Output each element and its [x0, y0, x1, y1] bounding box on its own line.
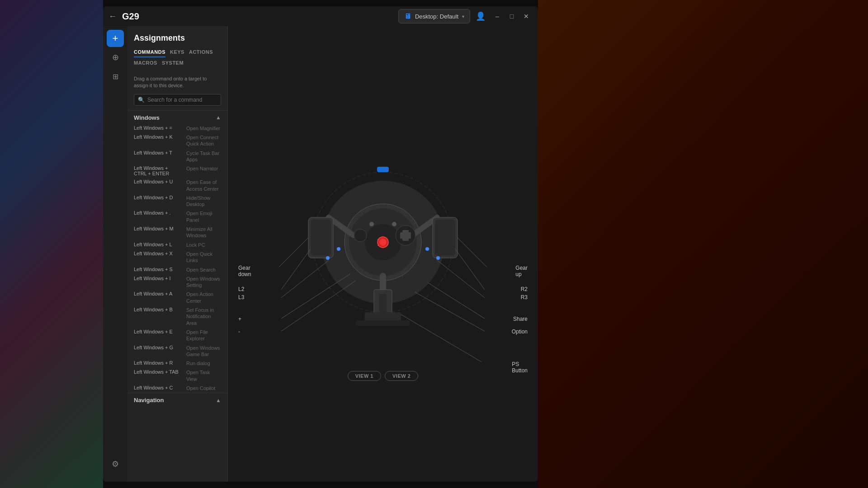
svg-line-41	[401, 314, 485, 362]
label-ps-button: PS Button	[512, 361, 528, 374]
svg-point-8	[379, 239, 387, 246]
app-title: G29	[122, 11, 139, 22]
svg-point-24	[326, 256, 330, 260]
cmd-row-13[interactable]: Left Windows + BSet Focus in Notificatio…	[127, 305, 227, 328]
main-content: + ⊕ ⊞ ⚙ Assignments COMMANDS KEYS ACTION…	[103, 26, 538, 482]
svg-rect-13	[311, 220, 331, 256]
title-bar: ← G29 🖥 Desktop: Default ▾ 👤 – □ ✕	[103, 6, 538, 26]
cmd-row-12[interactable]: Left Windows + AOpen Action Center	[127, 290, 227, 305]
section-header-windows[interactable]: Windows ▲	[127, 110, 227, 124]
cmd-row-11[interactable]: Left Windows + IOpen Windows Setting	[127, 274, 227, 290]
bg-right	[538, 0, 868, 488]
svg-point-23	[337, 247, 340, 251]
svg-rect-18	[400, 232, 411, 239]
view2-button[interactable]: VIEW 2	[385, 371, 418, 381]
maximize-button[interactable]: □	[505, 12, 518, 21]
title-bar-left: ← G29	[108, 11, 139, 22]
cmd-row-4[interactable]: Left Windows + UOpen Ease of Access Cent…	[127, 178, 227, 193]
monitor-icon: 🖥	[404, 12, 411, 20]
cmd-row-9[interactable]: Left Windows + XOpen Quick Links	[127, 249, 227, 265]
svg-point-25	[425, 247, 429, 251]
search-icon: 🔍	[138, 97, 145, 103]
wheel-diagram: PS	[238, 127, 528, 362]
svg-point-19	[354, 229, 367, 242]
svg-point-27	[369, 222, 374, 226]
commands-list: Windows ▲ Left Windows + =Open Magnifier…	[127, 110, 227, 482]
window-controls: – □ ✕	[491, 12, 533, 21]
cmd-row-2[interactable]: Left Windows + TCycle Task Bar Apps	[127, 149, 227, 164]
cmd-row-16[interactable]: Left Windows + RRun dialog	[127, 359, 227, 368]
search-input[interactable]	[147, 97, 217, 103]
sidebar-target-button[interactable]: ⊕	[107, 49, 124, 66]
minimize-button[interactable]: –	[491, 12, 504, 21]
wheel-area: PS	[228, 26, 538, 482]
search-box: 🔍	[134, 94, 221, 106]
sidebar-icons: + ⊕ ⊞ ⚙	[103, 26, 127, 482]
section-title-windows: Windows	[134, 114, 160, 121]
profile-label: Desktop: Default	[415, 13, 458, 20]
cmd-row-7[interactable]: Left Windows + MMinimize All Windows	[127, 225, 227, 240]
svg-rect-30	[356, 320, 410, 326]
tab-actions[interactable]: ACTIONS	[189, 47, 213, 57]
chevron-down-icon: ▾	[462, 14, 464, 19]
cmd-row-6[interactable]: Left Windows + .Open Emoji Panel	[127, 209, 227, 225]
svg-rect-29	[365, 312, 401, 321]
svg-rect-20	[377, 167, 389, 172]
settings-button[interactable]: ⚙	[107, 455, 124, 473]
svg-line-36	[458, 238, 487, 267]
svg-point-28	[392, 222, 396, 226]
cmd-row-0[interactable]: Left Windows + =Open Magnifier	[127, 124, 227, 133]
tabs-row-1: COMMANDS KEYS ACTIONS	[127, 43, 227, 57]
cmd-row-1[interactable]: Left Windows + KOpen Connect Quick Actio…	[127, 133, 227, 149]
user-icon-button[interactable]: 👤	[476, 11, 486, 21]
cmd-row-10[interactable]: Left Windows + SOpen Search	[127, 265, 227, 274]
title-bar-right: 🖥 Desktop: Default ▾ 👤 – □ ✕	[398, 9, 533, 23]
wheel-svg: PS	[238, 127, 528, 362]
drag-hint: Drag a command onto a target to assign i…	[127, 72, 227, 94]
tab-macros[interactable]: MACROS	[134, 58, 157, 68]
section-title-navigation: Navigation	[134, 397, 164, 404]
cmd-row-3[interactable]: Left Windows +CTRL + ENTEROpen Narrator	[127, 164, 227, 178]
assignments-panel: Assignments COMMANDS KEYS ACTIONS MACROS…	[127, 26, 228, 482]
cmd-row-17[interactable]: Left Windows + TABOpen Task View	[127, 368, 227, 384]
svg-rect-22	[379, 294, 387, 312]
svg-line-31	[279, 238, 308, 267]
svg-line-32	[281, 249, 311, 290]
cmd-row-14[interactable]: Left Windows + EOpen File Explorer	[127, 328, 227, 343]
section-chevron-navigation: ▲	[216, 397, 221, 404]
svg-line-40	[415, 292, 485, 331]
sidebar-grid-button[interactable]: ⊞	[107, 68, 124, 85]
close-button[interactable]: ✕	[520, 12, 533, 21]
cmd-row-8[interactable]: Left Windows + LLock PC	[127, 240, 227, 249]
view1-button[interactable]: VIEW 1	[348, 371, 381, 381]
svg-line-39	[428, 283, 485, 319]
svg-line-37	[455, 249, 485, 290]
section-chevron-windows: ▲	[216, 114, 221, 121]
cmd-row-15[interactable]: Left Windows + GOpen Windows Game Bar	[127, 343, 227, 359]
bg-left	[0, 0, 103, 488]
tab-commands[interactable]: COMMANDS	[134, 47, 165, 57]
svg-rect-15	[435, 220, 455, 256]
cmd-row-18[interactable]: Left Windows + COpen Copilot	[127, 384, 227, 393]
profile-dropdown[interactable]: 🖥 Desktop: Default ▾	[398, 9, 470, 23]
sidebar-add-button[interactable]: +	[107, 30, 124, 47]
panel-title: Assignments	[127, 26, 227, 43]
cmd-row-5[interactable]: Left Windows + DHide/Show Desktop	[127, 193, 227, 209]
section-header-navigation[interactable]: Navigation ▲	[127, 393, 227, 406]
tabs-row-2: MACROS SYSTEM	[127, 57, 227, 72]
back-button[interactable]: ←	[108, 12, 117, 21]
app-window: ← G29 🖥 Desktop: Default ▾ 👤 – □ ✕ + ⊕ ⊞	[103, 6, 538, 482]
svg-point-26	[436, 256, 440, 260]
tab-system[interactable]: SYSTEM	[162, 58, 184, 68]
view-buttons: VIEW 1 VIEW 2	[348, 371, 419, 381]
tab-keys[interactable]: KEYS	[170, 47, 184, 57]
